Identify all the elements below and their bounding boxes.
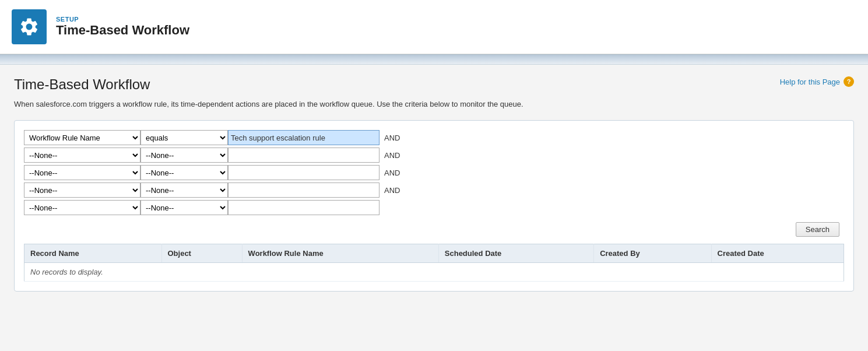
decorative-banner	[0, 54, 868, 65]
filter-value-input-3[interactable]	[228, 165, 379, 180]
filter-value-input-4[interactable]	[228, 182, 379, 198]
page-header-row: Time-Based Workflow When salesforce.com …	[14, 76, 854, 120]
col-created-date: Created Date	[711, 244, 844, 263]
filter-operator-select-5[interactable]: --None-- equals	[140, 200, 228, 215]
filter-operator-select-4[interactable]: --None-- equals	[140, 182, 228, 198]
help-icon: ?	[844, 76, 854, 87]
filter-value-input-1[interactable]	[228, 130, 379, 145]
filter-panel: Workflow Rule Name --None-- equals --Non…	[14, 120, 854, 292]
filter-row: --None-- Workflow Rule Name --None-- equ…	[24, 182, 844, 198]
table-header-row: Record Name Object Workflow Rule Name Sc…	[24, 244, 844, 263]
setup-icon	[12, 9, 47, 44]
page-titles-block: Time-Based Workflow When salesforce.com …	[14, 76, 523, 120]
filter-field-select-5[interactable]: --None-- Workflow Rule Name	[24, 200, 140, 215]
filter-value-input-5[interactable]	[228, 200, 379, 215]
filter-rows: Workflow Rule Name --None-- equals --Non…	[24, 130, 844, 215]
col-created-by: Created By	[594, 244, 711, 263]
page-description: When salesforce.com triggers a workflow …	[14, 100, 523, 108]
page-header: SETUP Time-Based Workflow	[0, 0, 868, 54]
filter-row: --None-- Workflow Rule Name --None-- equ…	[24, 165, 844, 180]
filter-row: --None-- Workflow Rule Name --None-- equ…	[24, 148, 844, 163]
page-title: Time-Based Workflow	[14, 76, 523, 93]
filter-operator-select-1[interactable]: equals --None--	[140, 130, 228, 145]
table-row-no-records: No records to display.	[24, 263, 844, 282]
col-workflow-rule-name: Workflow Rule Name	[242, 244, 438, 263]
results-table: Record Name Object Workflow Rule Name Sc…	[24, 244, 844, 282]
filter-row: --None-- Workflow Rule Name --None-- equ…	[24, 200, 844, 215]
search-row: Search	[24, 222, 844, 237]
no-records-text: No records to display.	[24, 263, 844, 282]
filter-and-label-1: AND	[384, 134, 400, 142]
setup-label: SETUP	[56, 16, 189, 23]
filter-field-select-2[interactable]: --None-- Workflow Rule Name	[24, 148, 140, 163]
filter-field-select-1[interactable]: Workflow Rule Name --None--	[24, 130, 140, 145]
filter-field-select-4[interactable]: --None-- Workflow Rule Name	[24, 182, 140, 198]
filter-operator-select-2[interactable]: --None-- equals	[140, 148, 228, 163]
filter-value-input-2[interactable]	[228, 148, 379, 163]
filter-and-label-4: AND	[384, 186, 400, 195]
filter-and-label-3: AND	[384, 169, 400, 177]
filter-operator-select-3[interactable]: --None-- equals	[140, 165, 228, 180]
col-record-name: Record Name	[24, 244, 162, 263]
col-object: Object	[161, 244, 242, 263]
main-content: Time-Based Workflow When salesforce.com …	[0, 65, 868, 303]
filter-and-label-2: AND	[384, 151, 400, 160]
header-text: SETUP Time-Based Workflow	[56, 16, 189, 38]
filter-field-select-3[interactable]: --None-- Workflow Rule Name	[24, 165, 140, 180]
col-scheduled-date: Scheduled Date	[438, 244, 593, 263]
help-link[interactable]: Help for this Page ?	[780, 76, 854, 87]
filter-row: Workflow Rule Name --None-- equals --Non…	[24, 130, 844, 145]
help-link-label: Help for this Page	[780, 78, 840, 86]
header-title: Time-Based Workflow	[56, 23, 189, 38]
search-button[interactable]: Search	[796, 222, 839, 237]
